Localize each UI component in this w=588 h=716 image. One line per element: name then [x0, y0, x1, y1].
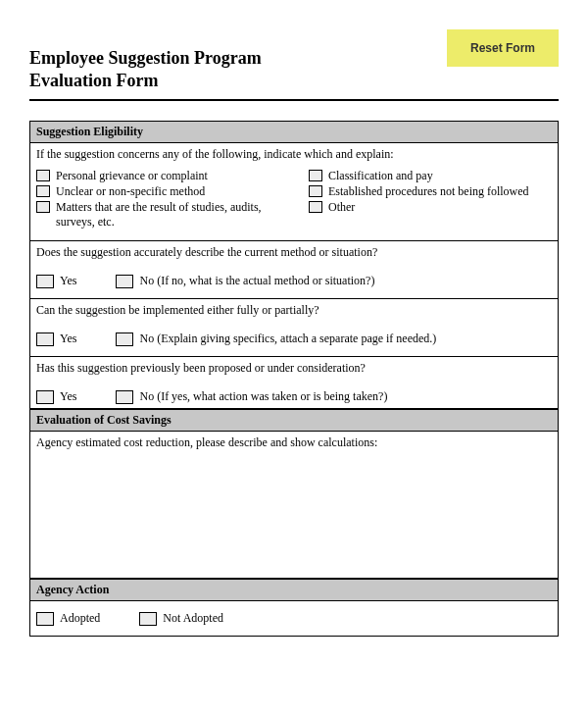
title-line2: Evaluation Form	[29, 71, 159, 90]
question-accurate-describe: Does the suggestion accurately describe …	[30, 241, 558, 260]
eligibility-options: Personal grievance or complaint Unclear …	[36, 168, 552, 230]
eligibility-col-right: Classification and pay Established proce…	[309, 168, 552, 230]
yn-row: Yes No (If no, what is the actual method…	[36, 274, 552, 288]
checkbox-q3-no[interactable]	[116, 390, 133, 404]
checkbox-established-procedures[interactable]	[309, 185, 322, 197]
checkbox-other[interactable]	[309, 201, 322, 213]
eligibility-item: Matters that are the result of studies, …	[36, 200, 279, 230]
checkbox-classification-pay[interactable]	[309, 170, 322, 181]
yn-item: No (Explain giving specifics, attach a s…	[116, 332, 436, 346]
checkbox-unclear-method[interactable]	[36, 185, 50, 197]
checkbox-q2-yes[interactable]	[36, 332, 54, 346]
form-table: Suggestion Eligibility If the suggestion…	[29, 121, 559, 637]
eligibility-item: Personal grievance or complaint	[36, 169, 279, 183]
section-cost-header: Evaluation of Cost Savings	[30, 409, 558, 432]
section-action-header: Agency Action	[30, 579, 558, 601]
eligibility-label: Matters that are the result of studies, …	[56, 200, 279, 230]
section-eligibility-header: Suggestion Eligibility	[30, 122, 558, 143]
checkbox-q3-yes[interactable]	[36, 390, 54, 404]
eligibility-item: Established procedures not being followe…	[309, 184, 552, 199]
title-line1: Employee Suggestion Program	[29, 48, 262, 68]
section-eligibility-body: If the suggestion concerns any of the fo…	[30, 143, 558, 241]
yn-item: Not Adopted	[139, 611, 223, 626]
yn-item: Adopted	[36, 611, 100, 626]
eligibility-label: Personal grievance or complaint	[56, 169, 208, 183]
eligibility-label: Other	[328, 200, 355, 215]
not-adopted-label: Not Adopted	[163, 611, 223, 626]
checkbox-q1-yes[interactable]	[36, 275, 54, 288]
section-action-body: Adopted Not Adopted	[30, 601, 558, 636]
page-title: Employee Suggestion Program Evaluation F…	[29, 29, 262, 93]
yn-item: No (If no, what is the actual method or …	[116, 274, 374, 288]
eligibility-col-left: Personal grievance or complaint Unclear …	[36, 168, 279, 230]
yn-item: Yes	[36, 274, 76, 288]
q1-yes-label: Yes	[60, 274, 76, 288]
eligibility-item: Classification and pay	[309, 169, 552, 183]
yn-row: Adopted Not Adopted	[36, 611, 552, 626]
checkbox-adopted[interactable]	[36, 612, 54, 626]
eligibility-item: Unclear or non-specific method	[36, 184, 279, 199]
checkbox-q1-no[interactable]	[116, 275, 133, 288]
question3-body: Yes No (If yes, what action was taken or…	[30, 376, 558, 409]
checkbox-personal-grievance[interactable]	[36, 170, 50, 181]
cost-intro: Agency estimated cost reduction, please …	[36, 435, 552, 450]
q2-yes-label: Yes	[60, 332, 76, 346]
adopted-label: Adopted	[60, 611, 100, 626]
eligibility-intro: If the suggestion concerns any of the fo…	[36, 147, 552, 162]
reset-form-button[interactable]: Reset Form	[447, 29, 559, 67]
header-row: Employee Suggestion Program Evaluation F…	[29, 29, 559, 93]
title-divider	[29, 99, 559, 101]
eligibility-item: Other	[309, 200, 552, 215]
yn-row: Yes No (Explain giving specifics, attach…	[36, 332, 552, 346]
checkbox-q2-no[interactable]	[116, 332, 133, 346]
question1-body: Yes No (If no, what is the actual method…	[30, 260, 558, 299]
question2-body: Yes No (Explain giving specifics, attach…	[30, 318, 558, 357]
section-cost-body: Agency estimated cost reduction, please …	[30, 432, 558, 579]
q3-yes-label: Yes	[60, 389, 76, 404]
q3-no-label: No (If yes, what action was taken or is …	[139, 389, 387, 404]
yn-item: Yes	[36, 332, 76, 346]
yn-item: No (If yes, what action was taken or is …	[116, 389, 387, 404]
eligibility-label: Established procedures not being followe…	[328, 184, 529, 199]
q1-no-label: No (If no, what is the actual method or …	[139, 274, 374, 288]
question-previously-proposed: Has this suggestion previously been prop…	[30, 357, 558, 376]
eligibility-label: Unclear or non-specific method	[56, 184, 205, 199]
checkbox-not-adopted[interactable]	[139, 612, 157, 626]
q2-no-label: No (Explain giving specifics, attach a s…	[139, 332, 436, 346]
yn-item: Yes	[36, 389, 76, 404]
eligibility-label: Classification and pay	[328, 169, 433, 183]
checkbox-studies-audits[interactable]	[36, 201, 50, 213]
question-implemented: Can the suggestion be implemented either…	[30, 299, 558, 318]
form-page: Employee Suggestion Program Evaluation F…	[0, 0, 588, 656]
yn-row: Yes No (If yes, what action was taken or…	[36, 389, 552, 404]
